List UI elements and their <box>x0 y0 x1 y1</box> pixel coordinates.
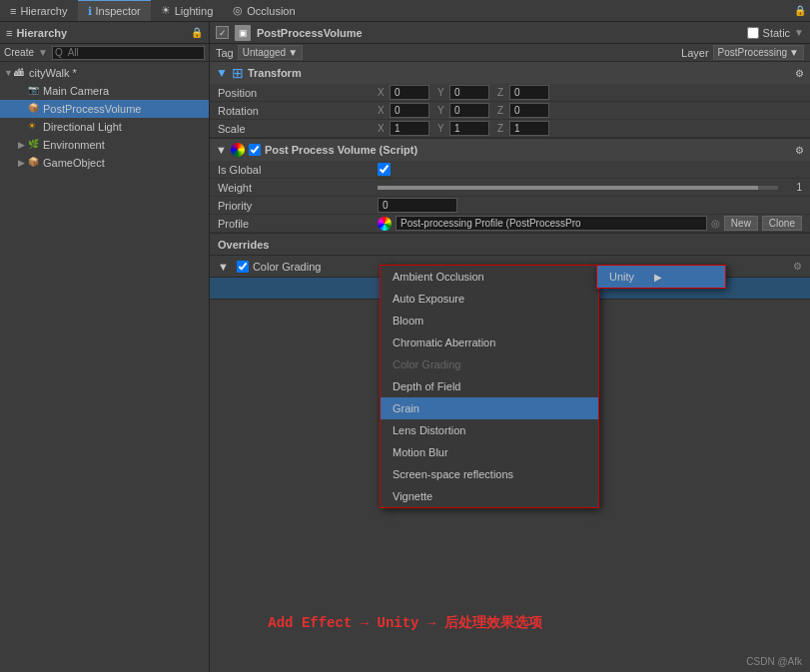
vignette-label: Vignette <box>393 490 432 502</box>
unity-submenu-label: Unity <box>609 271 634 283</box>
bloom-label: Bloom <box>393 315 423 327</box>
screen-space-reflections-label: Screen-space reflections <box>393 468 513 480</box>
menu-item-bloom[interactable]: Bloom <box>381 310 598 332</box>
menu-item-chromatic-aberration[interactable]: Chromatic Aberration <box>381 332 598 353</box>
grain-label: Grain <box>393 402 419 414</box>
menu-item-ambient-occlusion[interactable]: Ambient Occlusion <box>381 266 598 288</box>
menu-item-grain[interactable]: Grain <box>381 397 598 419</box>
chromatic-aberration-label: Chromatic Aberration <box>393 336 495 348</box>
menu-item-color-grading[interactable]: Color Grading <box>381 353 598 375</box>
menu-item-auto-exposure[interactable]: Auto Exposure <box>381 288 598 310</box>
ambient-occlusion-label: Ambient Occlusion <box>393 271 484 283</box>
motion-blur-label: Motion Blur <box>393 446 448 458</box>
menu-item-depth-of-field[interactable]: Depth of Field <box>381 375 598 397</box>
submenu-item-unity[interactable]: Unity ▶ <box>597 266 725 288</box>
context-menu-overlay: Ambient Occlusion Auto Exposure Bloom Ch… <box>0 0 810 672</box>
submenu-unity: Unity ▶ <box>596 265 726 289</box>
menu-item-motion-blur[interactable]: Motion Blur <box>381 441 598 463</box>
menu-item-screen-space-reflections[interactable]: Screen-space reflections <box>381 463 598 485</box>
context-menu: Ambient Occlusion Auto Exposure Bloom Ch… <box>380 265 599 508</box>
lens-distortion-label: Lens Distortion <box>393 424 465 436</box>
menu-item-lens-distortion[interactable]: Lens Distortion <box>381 419 598 441</box>
menu-item-vignette[interactable]: Vignette <box>381 485 598 507</box>
unity-submenu-arrow: ▶ <box>654 272 662 283</box>
depth-of-field-label: Depth of Field <box>393 380 460 392</box>
color-grading-label: Color Grading <box>393 358 460 370</box>
auto-exposure-label: Auto Exposure <box>393 293 464 305</box>
